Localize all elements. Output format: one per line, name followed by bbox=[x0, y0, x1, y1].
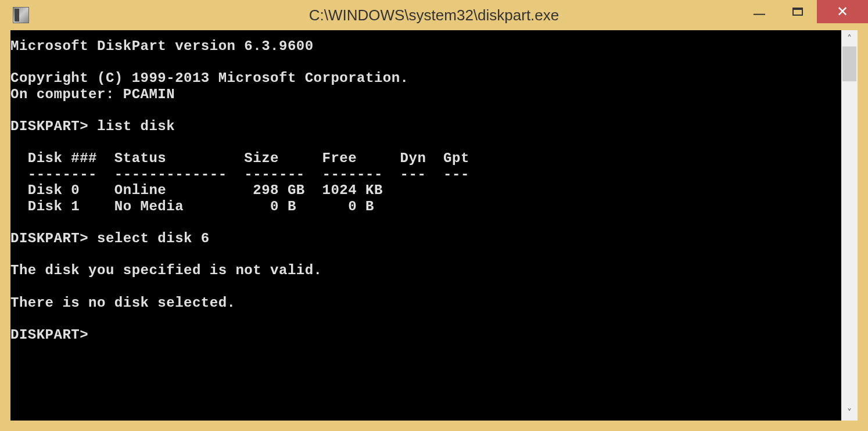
scroll-thumb[interactable] bbox=[842, 46, 856, 81]
maximize-button[interactable] bbox=[779, 0, 817, 23]
table-row: Disk 0 Online 298 GB 1024 KB bbox=[10, 182, 841, 199]
app-icon bbox=[13, 7, 29, 23]
vertical-scrollbar[interactable]: ˄ ˅ bbox=[841, 30, 858, 421]
console-output[interactable]: Microsoft DiskPart version 6.3.9600Copyr… bbox=[10, 30, 841, 421]
blank-line bbox=[10, 135, 841, 151]
prompt-select-disk: DISKPART> select disk 6 bbox=[10, 231, 841, 247]
error-message: The disk you specified is not valid. bbox=[10, 263, 841, 279]
window-controls: ─ ✕ bbox=[740, 0, 868, 23]
scroll-track[interactable] bbox=[841, 46, 858, 404]
titlebar[interactable]: C:\WINDOWS\system32\diskpart.exe ─ ✕ bbox=[0, 0, 868, 30]
blank-line bbox=[10, 215, 841, 231]
blank-line bbox=[10, 311, 841, 327]
blank-line bbox=[10, 279, 841, 295]
blank-line bbox=[10, 102, 841, 118]
blank-line bbox=[10, 247, 841, 263]
minimize-button[interactable]: ─ bbox=[740, 0, 779, 23]
scroll-up-arrow[interactable]: ˄ bbox=[841, 30, 858, 46]
computer-line: On computer: PCAMIN bbox=[10, 87, 841, 103]
error-message: There is no disk selected. bbox=[10, 295, 841, 311]
blank-line bbox=[10, 55, 841, 71]
scroll-down-arrow[interactable]: ˅ bbox=[841, 404, 858, 421]
table-separator: -------- ------------- ------- ------- -… bbox=[10, 167, 841, 183]
prompt-empty: DISKPART> bbox=[10, 327, 841, 343]
console-area: Microsoft DiskPart version 6.3.9600Copyr… bbox=[10, 30, 858, 421]
table-row: Disk 1 No Media 0 B 0 B bbox=[10, 199, 841, 215]
window-frame: C:\WINDOWS\system32\diskpart.exe ─ ✕ Mic… bbox=[0, 0, 868, 431]
window-title: C:\WINDOWS\system32\diskpart.exe bbox=[309, 6, 559, 24]
prompt-list-disk: DISKPART> list disk bbox=[10, 118, 841, 135]
close-button[interactable]: ✕ bbox=[817, 0, 868, 23]
table-header: Disk ### Status Size Free Dyn Gpt bbox=[10, 150, 841, 167]
version-line: Microsoft DiskPart version 6.3.9600 bbox=[10, 38, 841, 55]
copyright-line: Copyright (C) 1999-2013 Microsoft Corpor… bbox=[10, 70, 841, 87]
maximize-icon bbox=[792, 8, 803, 16]
